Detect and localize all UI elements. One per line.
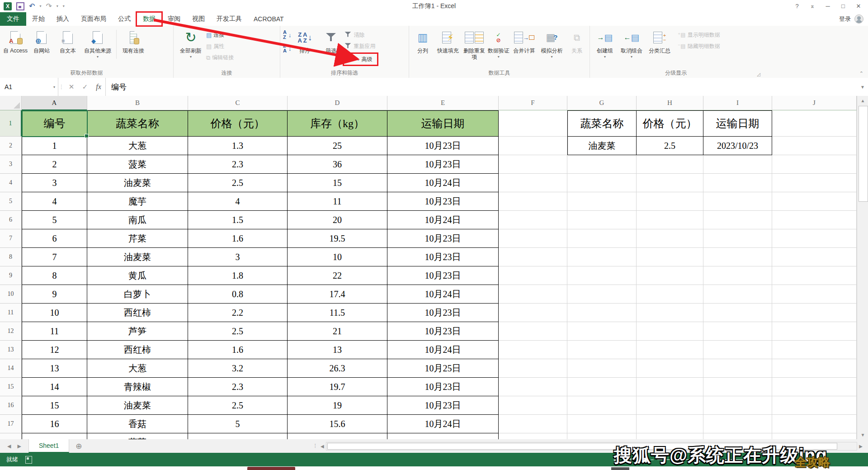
- cell[interactable]: 青辣椒: [87, 378, 188, 396]
- cell[interactable]: 2.5: [188, 396, 288, 415]
- column-header-D[interactable]: D: [288, 96, 387, 110]
- cell[interactable]: [637, 211, 703, 229]
- cell[interactable]: 10月23日: [387, 322, 499, 341]
- cell[interactable]: 1: [22, 137, 87, 155]
- cell[interactable]: 价格（元）: [188, 110, 288, 137]
- cell[interactable]: [703, 174, 772, 192]
- cell[interactable]: [772, 266, 857, 285]
- from-other-sources-button[interactable]: ◆ 自其他来源 ▾: [81, 28, 114, 60]
- cell[interactable]: 菠菜: [87, 155, 188, 174]
- cell[interactable]: [499, 174, 567, 192]
- expand-formula-bar-icon[interactable]: ▼: [857, 78, 868, 96]
- cell[interactable]: [499, 322, 567, 341]
- cell[interactable]: 22: [288, 266, 387, 285]
- cell[interactable]: 11: [288, 192, 387, 211]
- group-button[interactable]: →▤ 创建组 ▾: [593, 28, 617, 60]
- cell[interactable]: [499, 415, 567, 433]
- cell[interactable]: 26.3: [288, 359, 387, 378]
- cell[interactable]: [703, 155, 772, 174]
- cell[interactable]: [499, 110, 567, 137]
- cell[interactable]: 10月23日: [387, 266, 499, 285]
- cell[interactable]: 2023/10/23: [703, 137, 772, 155]
- cell[interactable]: [772, 229, 857, 248]
- ribbon-display-options-icon[interactable]: ⌅: [806, 1, 819, 11]
- customize-qat-icon[interactable]: ▾: [63, 4, 65, 8]
- name-box[interactable]: A1 ▾: [0, 78, 58, 96]
- cell[interactable]: [637, 266, 703, 285]
- save-icon[interactable]: [16, 2, 24, 10]
- cell[interactable]: [567, 155, 637, 174]
- cell[interactable]: 0.8: [188, 285, 288, 304]
- remove-duplicates-button[interactable]: 删除重复项: [462, 28, 486, 60]
- cell[interactable]: [499, 155, 567, 174]
- from-access-button[interactable]: A 自 Access: [3, 28, 28, 54]
- row-header-6[interactable]: 6: [0, 211, 22, 229]
- tab-insert[interactable]: 插入: [51, 12, 75, 26]
- advanced-filter-button[interactable]: ✎ 高级: [346, 54, 372, 64]
- cell[interactable]: [22, 433, 87, 439]
- cell[interactable]: 4: [22, 192, 87, 211]
- column-header-C[interactable]: C: [188, 96, 288, 110]
- cell[interactable]: [567, 304, 637, 322]
- cell[interactable]: 6: [22, 229, 87, 248]
- cell[interactable]: [499, 266, 567, 285]
- cell[interactable]: [499, 137, 567, 155]
- formula-bar-splitter[interactable]: ⋮: [58, 78, 65, 96]
- cell[interactable]: 南瓜: [87, 211, 188, 229]
- undo-dropdown-icon[interactable]: ▾: [39, 4, 41, 8]
- cell[interactable]: 10月24日: [387, 341, 499, 359]
- sort-descending-button[interactable]: ZA↓: [283, 43, 291, 53]
- cell[interactable]: 2.2: [188, 304, 288, 322]
- cell[interactable]: [567, 248, 637, 266]
- cell[interactable]: 大葱: [87, 137, 188, 155]
- sort-ascending-button[interactable]: AZ↓: [283, 30, 291, 40]
- row-header-14[interactable]: 14: [0, 359, 22, 378]
- tab-developer[interactable]: 开发工具: [211, 12, 248, 26]
- cell[interactable]: [637, 285, 703, 304]
- cell[interactable]: [499, 229, 567, 248]
- cell[interactable]: [637, 433, 703, 439]
- row-header-13[interactable]: 13: [0, 341, 22, 359]
- undo-icon[interactable]: ↶: [29, 3, 35, 10]
- tab-scrollbar-splitter[interactable]: ⁞: [315, 439, 316, 453]
- column-header-E[interactable]: E: [387, 96, 499, 110]
- cell[interactable]: [637, 192, 703, 211]
- row-header-8[interactable]: 8: [0, 248, 22, 266]
- cell[interactable]: 1.6: [188, 229, 288, 248]
- cell[interactable]: 10月23日: [387, 155, 499, 174]
- cell[interactable]: 2.5: [188, 174, 288, 192]
- cell[interactable]: 5: [188, 415, 288, 433]
- cell[interactable]: [637, 174, 703, 192]
- tab-page-layout[interactable]: 页面布局: [75, 12, 112, 26]
- cell[interactable]: 4: [188, 192, 288, 211]
- data-validation-button[interactable]: ✓⊘ 数据验证 ▾: [487, 28, 510, 60]
- cell[interactable]: 10月24日: [387, 211, 499, 229]
- name-box-dropdown-icon[interactable]: ▾: [53, 85, 55, 89]
- row-header-5[interactable]: 5: [0, 192, 22, 211]
- text-to-columns-button[interactable]: ▥ 分列: [412, 28, 434, 54]
- cell[interactable]: 西红柿: [87, 304, 188, 322]
- cell[interactable]: [567, 415, 637, 433]
- tab-review[interactable]: 审阅: [162, 12, 186, 26]
- cell[interactable]: 白萝卜: [87, 285, 188, 304]
- redo-icon[interactable]: ↷: [46, 3, 52, 10]
- existing-connections-button[interactable]: 现有连接: [119, 28, 148, 54]
- maximize-icon[interactable]: □: [836, 1, 850, 11]
- cell[interactable]: [772, 155, 857, 174]
- flash-fill-button[interactable]: ⚡ 快速填充: [434, 28, 461, 54]
- cell[interactable]: 2.3: [188, 378, 288, 396]
- row-header-9[interactable]: 9: [0, 266, 22, 285]
- redo-dropdown-icon[interactable]: ▾: [57, 4, 58, 8]
- cell[interactable]: 油麦菜: [87, 174, 188, 192]
- connections-button[interactable]: ▤ 连接: [206, 30, 234, 40]
- macro-record-icon[interactable]: [25, 456, 32, 464]
- cell[interactable]: [772, 211, 857, 229]
- row-header-15[interactable]: 15: [0, 378, 22, 396]
- collapse-ribbon-icon[interactable]: ⌃: [859, 71, 863, 76]
- cell[interactable]: [703, 229, 772, 248]
- scroll-left-icon[interactable]: ◀: [319, 444, 326, 449]
- vertical-scroll-thumb[interactable]: [859, 106, 868, 202]
- cell[interactable]: [703, 192, 772, 211]
- row-header-1[interactable]: 1: [0, 110, 22, 137]
- sheet-nav-prev-icon[interactable]: ◀: [7, 443, 11, 449]
